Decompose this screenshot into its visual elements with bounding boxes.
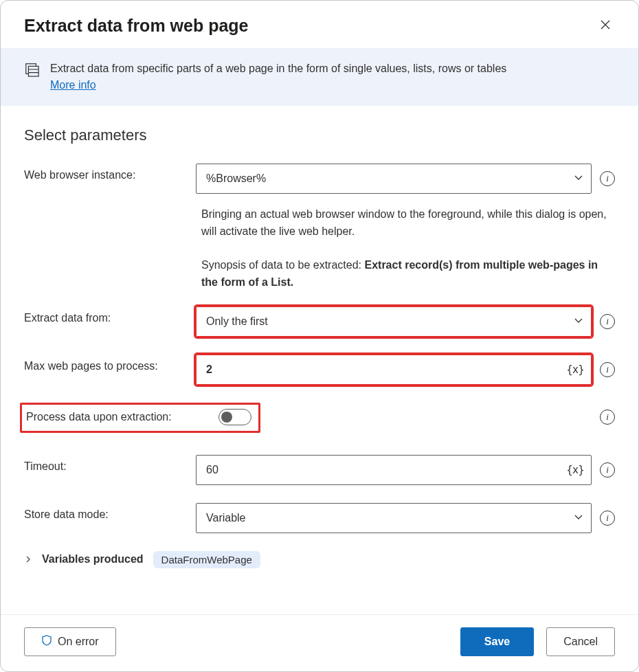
on-error-button[interactable]: On error [24,627,116,656]
process-on-extract-highlight: Process data upon extraction: [20,403,260,433]
info-icon[interactable]: i [600,511,615,526]
process-on-extract-toggle[interactable] [218,409,251,425]
row-timeout: Timeout: 60 {x} i [24,455,615,485]
variable-picker-icon[interactable]: {x} [566,464,584,476]
save-button[interactable]: Save [460,627,534,656]
browser-help-text: Bringing an actual web browser window to… [201,206,615,291]
info-icon[interactable]: i [600,462,615,478]
cancel-label: Cancel [563,636,598,648]
store-mode-select[interactable]: Variable [196,503,592,533]
label-browser-instance: Web browser instance: [24,164,196,181]
info-icon[interactable]: i [600,362,615,377]
variable-badge[interactable]: DataFromWebPage [153,551,260,568]
browser-instance-select[interactable]: %Browser% [196,164,592,194]
dialog-body: Select parameters Web browser instance: … [1,106,638,614]
label-extract-from: Extract data from: [24,306,196,324]
chevron-down-icon [573,315,584,328]
row-browser-instance: Web browser instance: %Browser% i [24,164,615,194]
footer-right-buttons: Save Cancel [460,627,615,656]
timeout-value: 60 [206,464,218,476]
info-icon[interactable]: i [600,314,615,329]
banner-description: Extract data from specific parts of a we… [50,63,506,74]
extract-data-icon [24,62,39,79]
dialog-footer: On error Save Cancel [1,614,638,671]
info-icon[interactable]: i [600,171,615,186]
dialog-header: Extract data from web page [1,1,638,48]
chevron-down-icon [573,511,584,525]
chevron-down-icon [573,172,584,186]
banner-text-block: Extract data from specific parts of a we… [50,60,506,93]
save-label: Save [484,636,510,648]
extract-from-value: Only the first [206,315,268,328]
store-mode-value: Variable [206,512,246,524]
row-extract-from: Extract data from: Only the first i [24,306,615,337]
max-pages-input[interactable]: 2 {x} [196,355,592,385]
label-max-pages: Max web pages to process: [24,355,196,372]
more-info-link[interactable]: More info [50,79,96,91]
row-process-on-extract: Process data upon extraction: i [24,403,615,433]
close-button[interactable] [596,16,615,36]
browser-instance-value: %Browser% [206,172,266,185]
cancel-button[interactable]: Cancel [546,627,615,656]
section-title: Select parameters [24,126,615,144]
info-banner: Extract data from specific parts of a we… [1,48,638,106]
svg-rect-1 [28,66,38,76]
variables-produced-row[interactable]: Variables produced DataFromWebPage [24,551,615,568]
dialog-title: Extract data from web page [24,16,248,36]
info-icon[interactable]: i [600,410,615,425]
label-process-on-extract: Process data upon extraction: [26,411,172,423]
timeout-input[interactable]: 60 {x} [196,455,592,485]
chevron-right-icon [24,555,32,563]
shield-icon [41,635,52,649]
row-store-mode: Store data mode: Variable i [24,503,615,533]
max-pages-value: 2 [206,363,212,376]
label-store-mode: Store data mode: [24,503,196,521]
close-icon [600,19,611,32]
label-timeout: Timeout: [24,455,196,473]
extract-from-select[interactable]: Only the first [196,306,592,337]
on-error-label: On error [58,636,99,648]
toggle-knob [221,412,232,423]
variables-produced-label: Variables produced [42,553,144,565]
row-max-pages: Max web pages to process: 2 {x} i [24,355,615,385]
variable-picker-icon[interactable]: {x} [566,363,584,376]
extract-data-dialog: Extract data from web page Extract data … [0,0,639,672]
